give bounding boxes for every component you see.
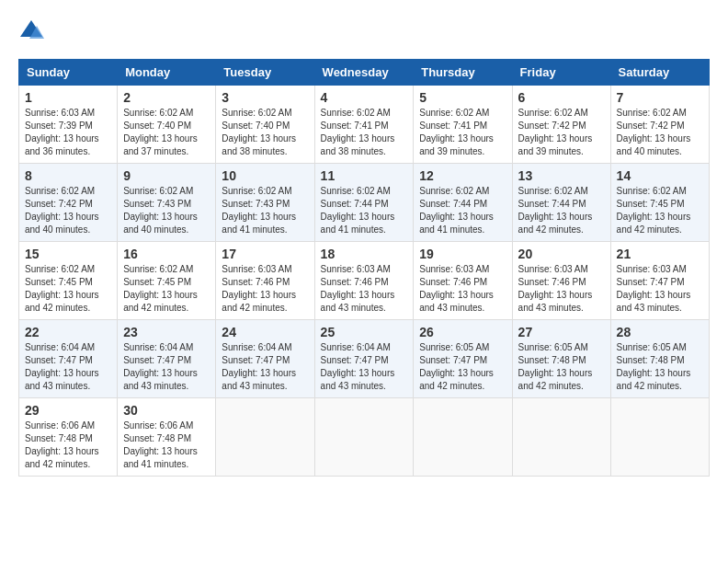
day-info: Sunrise: 6:02 AMSunset: 7:40 PMDaylight:… <box>123 108 198 156</box>
day-number: 12 <box>419 168 506 183</box>
calendar-cell: 8 Sunrise: 6:02 AMSunset: 7:42 PMDayligh… <box>19 164 118 242</box>
day-info: Sunrise: 6:02 AMSunset: 7:45 PMDaylight:… <box>123 264 198 313</box>
calendar-cell: 23 Sunrise: 6:04 AMSunset: 7:47 PMDaylig… <box>118 320 216 398</box>
calendar-header-sunday: Sunday <box>19 60 118 86</box>
calendar-cell: 6 Sunrise: 6:02 AMSunset: 7:42 PMDayligh… <box>512 86 610 164</box>
calendar-cell: 25 Sunrise: 6:04 AMSunset: 7:47 PMDaylig… <box>314 320 414 398</box>
day-number: 15 <box>25 247 111 261</box>
day-info: Sunrise: 6:06 AMSunset: 7:48 PMDaylight:… <box>123 420 198 469</box>
calendar-header-monday: Monday <box>118 60 216 86</box>
calendar-week-4: 22 Sunrise: 6:04 AMSunset: 7:47 PMDaylig… <box>19 320 710 398</box>
calendar-cell: 22 Sunrise: 6:04 AMSunset: 7:47 PMDaylig… <box>19 320 118 398</box>
day-info: Sunrise: 6:03 AMSunset: 7:46 PMDaylight:… <box>518 264 593 313</box>
day-info: Sunrise: 6:02 AMSunset: 7:44 PMDaylight:… <box>419 186 494 235</box>
calendar-header-tuesday: Tuesday <box>216 60 314 86</box>
calendar-cell: 9 Sunrise: 6:02 AMSunset: 7:43 PMDayligh… <box>118 164 216 242</box>
day-info: Sunrise: 6:02 AMSunset: 7:41 PMDaylight:… <box>321 108 395 156</box>
calendar-cell: 5 Sunrise: 6:02 AMSunset: 7:41 PMDayligh… <box>414 86 512 164</box>
calendar-header-wednesday: Wednesday <box>314 60 414 86</box>
day-number: 28 <box>617 325 703 339</box>
calendar-cell <box>414 398 512 477</box>
calendar-cell: 4 Sunrise: 6:02 AMSunset: 7:41 PMDayligh… <box>314 86 414 164</box>
calendar-cell: 17 Sunrise: 6:03 AMSunset: 7:46 PMDaylig… <box>216 242 314 320</box>
calendar-week-2: 8 Sunrise: 6:02 AMSunset: 7:42 PMDayligh… <box>19 164 710 242</box>
day-number: 10 <box>222 168 308 183</box>
day-number: 21 <box>617 247 703 261</box>
calendar-cell: 24 Sunrise: 6:04 AMSunset: 7:47 PMDaylig… <box>216 320 314 398</box>
logo <box>18 18 50 44</box>
day-info: Sunrise: 6:02 AMSunset: 7:43 PMDaylight:… <box>123 186 198 235</box>
day-number: 11 <box>321 168 408 183</box>
day-info: Sunrise: 6:02 AMSunset: 7:42 PMDaylight:… <box>518 108 593 156</box>
calendar-week-3: 15 Sunrise: 6:02 AMSunset: 7:45 PMDaylig… <box>19 242 710 320</box>
day-number: 17 <box>222 247 308 261</box>
day-info: Sunrise: 6:02 AMSunset: 7:45 PMDaylight:… <box>617 186 691 235</box>
calendar-cell: 1 Sunrise: 6:03 AMSunset: 7:39 PMDayligh… <box>19 86 118 164</box>
calendar-header-saturday: Saturday <box>610 60 709 86</box>
day-number: 23 <box>123 325 210 339</box>
day-info: Sunrise: 6:04 AMSunset: 7:47 PMDaylight:… <box>123 342 198 391</box>
day-number: 4 <box>321 90 408 105</box>
day-info: Sunrise: 6:06 AMSunset: 7:48 PMDaylight:… <box>25 420 99 469</box>
day-info: Sunrise: 6:03 AMSunset: 7:46 PMDaylight:… <box>419 264 494 313</box>
day-info: Sunrise: 6:05 AMSunset: 7:48 PMDaylight:… <box>518 342 593 391</box>
calendar-cell: 28 Sunrise: 6:05 AMSunset: 7:48 PMDaylig… <box>610 320 709 398</box>
day-info: Sunrise: 6:04 AMSunset: 7:47 PMDaylight:… <box>222 342 296 391</box>
day-number: 26 <box>419 325 506 339</box>
calendar-cell: 18 Sunrise: 6:03 AMSunset: 7:46 PMDaylig… <box>314 242 414 320</box>
day-info: Sunrise: 6:02 AMSunset: 7:43 PMDaylight:… <box>222 186 296 235</box>
day-info: Sunrise: 6:03 AMSunset: 7:46 PMDaylight:… <box>222 264 296 313</box>
day-info: Sunrise: 6:02 AMSunset: 7:45 PMDaylight:… <box>25 264 99 313</box>
calendar-cell <box>610 398 709 477</box>
calendar-cell: 13 Sunrise: 6:02 AMSunset: 7:44 PMDaylig… <box>512 164 610 242</box>
day-info: Sunrise: 6:04 AMSunset: 7:47 PMDaylight:… <box>321 342 395 391</box>
day-number: 20 <box>518 247 605 261</box>
page-header <box>18 18 710 44</box>
calendar-cell: 26 Sunrise: 6:05 AMSunset: 7:47 PMDaylig… <box>414 320 512 398</box>
calendar-cell <box>314 398 414 477</box>
day-number: 13 <box>518 168 605 183</box>
calendar-cell: 2 Sunrise: 6:02 AMSunset: 7:40 PMDayligh… <box>118 86 216 164</box>
day-number: 19 <box>419 247 506 261</box>
day-number: 24 <box>222 325 308 339</box>
day-number: 1 <box>25 90 111 105</box>
calendar-cell: 20 Sunrise: 6:03 AMSunset: 7:46 PMDaylig… <box>512 242 610 320</box>
day-info: Sunrise: 6:02 AMSunset: 7:44 PMDaylight:… <box>321 186 395 235</box>
day-number: 29 <box>25 403 111 418</box>
day-number: 25 <box>321 325 408 339</box>
day-number: 9 <box>123 168 210 183</box>
logo-icon <box>18 18 44 44</box>
calendar-cell: 19 Sunrise: 6:03 AMSunset: 7:46 PMDaylig… <box>414 242 512 320</box>
calendar-cell: 11 Sunrise: 6:02 AMSunset: 7:44 PMDaylig… <box>314 164 414 242</box>
day-number: 22 <box>25 325 111 339</box>
calendar-cell <box>216 398 314 477</box>
day-info: Sunrise: 6:03 AMSunset: 7:39 PMDaylight:… <box>25 108 99 156</box>
day-info: Sunrise: 6:03 AMSunset: 7:46 PMDaylight:… <box>321 264 395 313</box>
day-number: 30 <box>123 403 210 418</box>
day-number: 18 <box>321 247 408 261</box>
day-number: 27 <box>518 325 605 339</box>
calendar-cell: 14 Sunrise: 6:02 AMSunset: 7:45 PMDaylig… <box>610 164 709 242</box>
day-number: 3 <box>222 90 308 105</box>
day-number: 14 <box>617 168 703 183</box>
day-info: Sunrise: 6:05 AMSunset: 7:47 PMDaylight:… <box>419 342 494 391</box>
day-info: Sunrise: 6:04 AMSunset: 7:47 PMDaylight:… <box>25 342 99 391</box>
calendar-cell: 7 Sunrise: 6:02 AMSunset: 7:42 PMDayligh… <box>610 86 709 164</box>
calendar-cell: 21 Sunrise: 6:03 AMSunset: 7:47 PMDaylig… <box>610 242 709 320</box>
calendar-cell: 16 Sunrise: 6:02 AMSunset: 7:45 PMDaylig… <box>118 242 216 320</box>
calendar-header-friday: Friday <box>512 60 610 86</box>
day-number: 5 <box>419 90 506 105</box>
day-info: Sunrise: 6:05 AMSunset: 7:48 PMDaylight:… <box>617 342 691 391</box>
day-number: 8 <box>25 168 111 183</box>
calendar-cell <box>512 398 610 477</box>
calendar-cell: 3 Sunrise: 6:02 AMSunset: 7:40 PMDayligh… <box>216 86 314 164</box>
calendar-week-1: 1 Sunrise: 6:03 AMSunset: 7:39 PMDayligh… <box>19 86 710 164</box>
calendar-header-row: SundayMondayTuesdayWednesdayThursdayFrid… <box>19 60 710 86</box>
calendar-cell: 15 Sunrise: 6:02 AMSunset: 7:45 PMDaylig… <box>19 242 118 320</box>
day-number: 7 <box>617 90 703 105</box>
day-number: 2 <box>123 90 210 105</box>
day-info: Sunrise: 6:02 AMSunset: 7:44 PMDaylight:… <box>518 186 593 235</box>
calendar-cell: 12 Sunrise: 6:02 AMSunset: 7:44 PMDaylig… <box>414 164 512 242</box>
day-number: 6 <box>518 90 605 105</box>
calendar-cell: 29 Sunrise: 6:06 AMSunset: 7:48 PMDaylig… <box>19 398 118 477</box>
